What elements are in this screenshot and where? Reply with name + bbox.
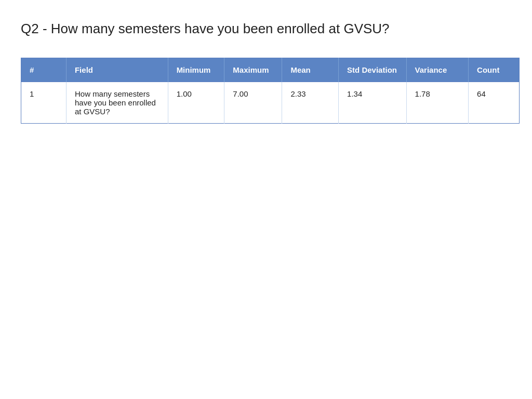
cell-mean: 2.33 [282,82,339,124]
cell-variance: 1.78 [406,82,469,124]
cell-num: 1 [21,82,66,124]
page-title: Q2 - How many semesters have you been en… [21,21,511,37]
header-std-deviation: Std Deviation [339,58,406,82]
cell-count: 64 [469,82,520,124]
page-container: Q2 - How many semesters have you been en… [0,0,532,144]
header-mean: Mean [282,58,339,82]
header-maximum: Maximum [224,58,282,82]
header-variance: Variance [406,58,469,82]
cell-minimum: 1.00 [168,82,224,124]
stats-table: # Field Minimum Maximum Mean Std Deviati… [21,58,520,124]
cell-std_deviation: 1.34 [339,82,406,124]
header-field: Field [66,58,168,82]
header-num: # [21,58,66,82]
table-header-row: # Field Minimum Maximum Mean Std Deviati… [21,58,520,82]
header-minimum: Minimum [168,58,224,82]
cell-maximum: 7.00 [224,82,282,124]
cell-field: How many semesters have you been enrolle… [66,82,168,124]
header-count: Count [469,58,520,82]
table-row: 1How many semesters have you been enroll… [21,82,520,124]
